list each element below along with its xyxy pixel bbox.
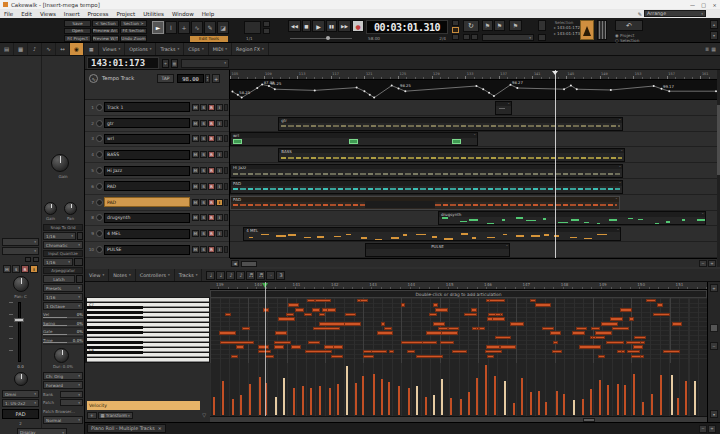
snap-value[interactable]: 1/1 [246, 36, 253, 41]
track-inspector-icon[interactable]: ▤ [0, 43, 14, 55]
midi-note[interactable] [595, 331, 612, 335]
scroll-down-button[interactable]: ▾ [710, 410, 718, 418]
velocity-bar[interactable] [694, 381, 696, 415]
tempo-envelope[interactable]: 58.2587.0395.2598.2598.2799.17 [230, 80, 717, 100]
menu-edit[interactable]: Edit [17, 9, 36, 18]
output-select-0[interactable]: Omni▾ [2, 390, 39, 398]
velocity-bar[interactable] [398, 386, 400, 415]
arp-presets-select[interactable]: Presets▾ [43, 284, 83, 292]
velocity-bar[interactable] [362, 376, 364, 415]
menu-insert[interactable]: Insert [60, 9, 84, 18]
midi-note[interactable] [492, 317, 505, 321]
midi-note[interactable] [612, 327, 630, 331]
track-name[interactable]: PAD [104, 181, 190, 191]
snap-grid-button[interactable] [244, 21, 261, 34]
input-echo-button[interactable]: I [216, 199, 223, 206]
velocity-bar[interactable] [573, 400, 575, 415]
midi-note[interactable] [433, 322, 446, 326]
draw-tool-icon[interactable]: ✎ [204, 21, 216, 34]
add-lane-button[interactable]: + [87, 412, 97, 419]
mute-button[interactable]: M [192, 246, 199, 253]
note-duration-button-0[interactable]: ♩ [206, 271, 215, 280]
arp-slider-swing[interactable]: Swing0% [43, 320, 83, 329]
clip-wrl[interactable]: wrl◦ [230, 132, 478, 146]
midi-note[interactable] [407, 350, 415, 354]
clip-gtr[interactable]: gtr◦ [278, 117, 623, 131]
midi-note[interactable] [333, 345, 343, 349]
time-mode-button[interactable] [452, 20, 459, 26]
mute-button[interactable]: M [192, 230, 199, 237]
stop-button[interactable]: ■ [302, 20, 311, 32]
midi-note[interactable] [572, 331, 585, 335]
piano-key-black[interactable] [87, 341, 143, 344]
menu-utilities[interactable]: Utilities [139, 9, 168, 18]
arp-octaves-select[interactable]: 1 Octave▾ [43, 302, 83, 310]
midi-note[interactable] [530, 299, 536, 303]
piano-roll-ruler[interactable]: 139140141142143144145146147148149150151 [210, 282, 707, 290]
now-marker[interactable] [552, 71, 558, 75]
velocity-bar[interactable] [425, 397, 427, 416]
velocity-bar[interactable] [530, 392, 532, 415]
velocity-bar[interactable] [476, 378, 478, 415]
track-name[interactable]: PULSE [104, 245, 190, 255]
strip-pan-knob[interactable] [13, 276, 29, 292]
midi-note[interactable] [621, 350, 625, 354]
clips-pane[interactable]: ◦gtr◦wrl◦BASS◦Hi Jazz◦PAD◦PAD◦drugsynth◦… [230, 100, 717, 258]
velocity-lane-label[interactable]: Velocity [87, 401, 200, 410]
ff-button[interactable]: ▶▶ [338, 20, 351, 32]
toolbar-collapse-down[interactable]: ▾ [710, 31, 718, 40]
prv-menu-view[interactable]: View▾ [85, 269, 109, 281]
midi-note[interactable] [440, 341, 455, 345]
midi-note[interactable] [312, 308, 320, 312]
toolbar-section-[interactable]: Section > [120, 20, 147, 27]
midi-note[interactable] [663, 350, 680, 354]
tempo-track-header[interactable]: ∿ Tempo Track TAP 98.00 ▴▾ + [85, 70, 230, 100]
solo-button[interactable]: S [200, 104, 207, 111]
pause-button[interactable]: ▮▮ [326, 20, 337, 32]
midi-note[interactable] [265, 355, 274, 359]
articulation-pane[interactable]: Double-click or drag to add articulation [210, 290, 707, 298]
track-name[interactable]: wrl [104, 134, 190, 144]
prv-menu-controllers[interactable]: Controllers▾ [136, 269, 175, 281]
scroll-left-button[interactable]: ◀ [231, 260, 239, 267]
lane-toggle[interactable] [224, 214, 228, 221]
edit-tools-label[interactable]: Edit Tools [190, 36, 228, 43]
midi-note[interactable] [319, 322, 345, 326]
midi-note[interactable] [345, 313, 356, 317]
midi-note[interactable] [646, 299, 656, 303]
velocity-bar[interactable] [310, 388, 312, 416]
piano-key-black[interactable] [87, 316, 143, 319]
midi-note[interactable] [489, 299, 504, 303]
input-echo-button[interactable]: I [216, 120, 223, 127]
velocity-bar[interactable] [677, 398, 679, 415]
tv-menu-clips[interactable]: Clips▾ [184, 43, 208, 55]
toolbar-preview-w-t[interactable]: Preview W/T [92, 35, 119, 42]
mute-button[interactable]: M [192, 167, 199, 174]
midi-note[interactable] [219, 331, 236, 335]
midi-note[interactable] [657, 303, 662, 307]
lane-toggle[interactable] [224, 199, 228, 206]
arm-button[interactable]: R [208, 246, 215, 253]
midi-note[interactable] [591, 327, 600, 331]
input-echo-button[interactable]: I [216, 151, 223, 158]
output-select-1[interactable]: 1: US-2x2▾ [2, 399, 39, 407]
midi-note[interactable] [242, 327, 250, 331]
midi-note[interactable] [598, 355, 605, 359]
clip-drugsynth[interactable]: drugsynth◦ [438, 211, 706, 225]
velocity-bar[interactable] [651, 394, 653, 415]
toolbar-collapse-up[interactable]: ▴ [710, 20, 718, 29]
midi-note[interactable] [553, 341, 558, 345]
midi-note[interactable] [672, 322, 682, 326]
midi-note[interactable] [384, 327, 392, 331]
lane-toggle[interactable] [224, 135, 228, 142]
track-row-track-1[interactable]: 1Track 1MSRI [85, 100, 229, 116]
velocity-bar[interactable] [381, 379, 383, 415]
solo-button[interactable]: S [200, 183, 207, 190]
track-row-gtr[interactable]: 2gtrMSRI [85, 116, 229, 132]
menu-process[interactable]: Process [84, 9, 113, 18]
note-duration-button-3[interactable]: ♪ [236, 271, 245, 280]
clip-fx-icon[interactable]: ◦ [621, 148, 623, 153]
midi-note[interactable] [479, 327, 485, 331]
solo-button[interactable]: S [200, 120, 207, 127]
arm-button[interactable]: R [208, 104, 215, 111]
